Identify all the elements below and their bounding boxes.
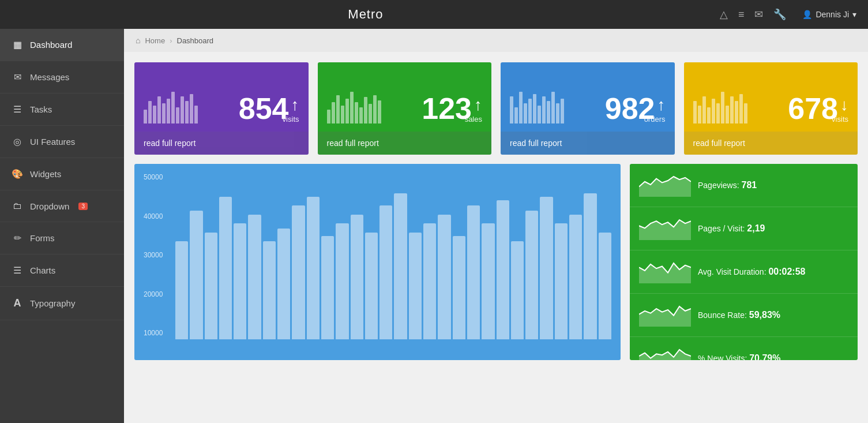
chart-bar bbox=[540, 197, 553, 339]
folder-icon: 🗀 bbox=[12, 201, 23, 211]
chart-bar bbox=[190, 211, 202, 339]
alert-icon[interactable]: △ bbox=[720, 8, 728, 21]
sidebar-item-messages[interactable]: ✉ Messages bbox=[0, 61, 124, 93]
stat-number: 854 bbox=[239, 93, 289, 123]
chart-bar bbox=[409, 233, 422, 339]
eye-icon: ◎ bbox=[12, 136, 23, 147]
sidebar-label: Charts bbox=[30, 265, 55, 275]
breadcrumb-home: Home bbox=[145, 36, 165, 45]
app-brand: Metro bbox=[12, 7, 720, 22]
y-label-30k: 30000 bbox=[144, 251, 163, 259]
dropdown-caret: ▾ bbox=[852, 10, 856, 19]
main-chart: 50000 40000 30000 20000 10000 bbox=[134, 164, 621, 360]
chart-bar bbox=[219, 197, 232, 339]
chart-bar bbox=[336, 223, 348, 339]
sidebar-item-tasks[interactable]: ☰ Tasks bbox=[0, 93, 124, 126]
chart-bar bbox=[307, 197, 320, 339]
chart-bar bbox=[175, 241, 188, 339]
settings-icon[interactable]: 🔧 bbox=[773, 8, 786, 21]
chart-bar bbox=[497, 200, 509, 339]
stat-card-visits[interactable]: 854 ↑ visits read full report bbox=[134, 62, 309, 155]
messages-icon: ✉ bbox=[12, 72, 23, 83]
stat-cards-row: 854 ↑ visits read full report bbox=[134, 62, 858, 155]
sidebar-label: Typography bbox=[30, 298, 75, 308]
chart-bar bbox=[438, 215, 450, 339]
stat-card-footer[interactable]: read full report bbox=[318, 132, 492, 155]
chart-bar bbox=[321, 236, 334, 339]
chart-bar bbox=[365, 233, 378, 339]
stat-card-footer[interactable]: read full report bbox=[684, 132, 858, 155]
sidebar-item-typography[interactable]: A Typography bbox=[0, 287, 124, 320]
topbar-icons: △ ≡ ✉ 🔧 👤 Dennis Ji ▾ bbox=[720, 8, 856, 21]
stat-panel-text: % New Visits: 70,79% bbox=[698, 353, 780, 360]
sidebar-item-charts[interactable]: ☰ Charts bbox=[0, 254, 124, 287]
stat-panel-text: Pages / Visit: 2,19 bbox=[698, 223, 765, 234]
chart-bar bbox=[234, 223, 246, 339]
chart-bar bbox=[569, 215, 582, 339]
stat-panel-text: Bounce Rate: 59,83% bbox=[698, 310, 780, 320]
sidebar: ▦ Dashboard ✉ Messages ☰ Tasks ◎ UI Feat… bbox=[0, 29, 124, 423]
sidebar-item-ui-features[interactable]: ◎ UI Features bbox=[0, 126, 124, 158]
stat-label: orders bbox=[644, 115, 666, 123]
content-area: ⌂ Home › Dashboard 854 ↑ bbox=[124, 29, 868, 423]
stat-arrow: ↓ bbox=[840, 97, 848, 113]
dashboard-icon: ▦ bbox=[12, 39, 23, 50]
sidebar-label: Dashboard bbox=[30, 40, 72, 50]
chart-bar bbox=[555, 223, 568, 339]
topbar: Metro △ ≡ ✉ 🔧 👤 Dennis Ji ▾ bbox=[0, 0, 868, 29]
y-label-20k: 20000 bbox=[144, 290, 163, 298]
edit-icon: ✏ bbox=[12, 233, 23, 244]
stat-panel-text: Pageviews: 781 bbox=[698, 180, 757, 190]
breadcrumb-separator: › bbox=[170, 36, 172, 45]
mini-chart-orders bbox=[510, 89, 564, 123]
stat-arrow: ↑ bbox=[291, 97, 299, 113]
stat-panel-row: Bounce Rate: 59,83% bbox=[630, 294, 858, 337]
stat-panel-row: Pages / Visit: 2,19 bbox=[630, 207, 858, 250]
mini-chart-sales bbox=[327, 89, 381, 123]
user-menu[interactable]: 👤 Dennis Ji ▾ bbox=[802, 10, 856, 19]
user-name: Dennis Ji bbox=[816, 10, 849, 19]
chart-bar bbox=[423, 223, 436, 339]
user-icon: 👤 bbox=[802, 10, 812, 19]
stat-number: 678 bbox=[788, 93, 838, 123]
sidebar-item-dropdown[interactable]: 🗀 Dropdown 3 bbox=[0, 190, 124, 222]
dropdown-badge: 3 bbox=[78, 203, 88, 210]
mini-chart-visits2 bbox=[693, 89, 747, 123]
chart-bar bbox=[453, 236, 465, 339]
breadcrumb-current: Dashboard bbox=[177, 36, 214, 45]
mini-chart-visits bbox=[144, 89, 198, 123]
chart-bar bbox=[277, 229, 290, 339]
chart-bar bbox=[263, 241, 276, 339]
stat-panel-row: % New Visits: 70,79% bbox=[630, 337, 858, 360]
stat-card-orders[interactable]: 982 ↑ orders read full report bbox=[501, 62, 675, 155]
sidebar-item-forms[interactable]: ✏ Forms bbox=[0, 222, 124, 254]
home-icon: ⌂ bbox=[136, 36, 140, 45]
chart-bar bbox=[351, 215, 363, 339]
stat-arrow: ↑ bbox=[474, 97, 482, 113]
stat-label: visits bbox=[283, 115, 299, 123]
charts-icon: ☰ bbox=[12, 265, 23, 276]
sidebar-label: Forms bbox=[30, 233, 55, 243]
stats-panel: Pageviews: 781Pages / Visit: 2,19Avg. Vi… bbox=[630, 164, 858, 360]
sidebar-item-dashboard[interactable]: ▦ Dashboard bbox=[0, 29, 124, 61]
chart-bars-area bbox=[175, 173, 611, 351]
stat-card-visits2[interactable]: 678 ↓ visits read full report bbox=[684, 62, 858, 155]
stat-arrow: ↑ bbox=[657, 97, 666, 113]
chart-bar bbox=[467, 205, 480, 339]
main-layout: ▦ Dashboard ✉ Messages ☰ Tasks ◎ UI Feat… bbox=[0, 29, 868, 423]
stat-panel-text: Avg. Visit Duration: 00:02:58 bbox=[698, 267, 805, 277]
stat-card-sales[interactable]: 123 ↑ sales read full report bbox=[318, 62, 492, 155]
sidebar-item-widgets[interactable]: 🎨 Widgets bbox=[0, 158, 124, 190]
chart-bar bbox=[394, 193, 407, 339]
tasks-icon: ☰ bbox=[12, 104, 23, 115]
list-icon[interactable]: ≡ bbox=[738, 9, 745, 21]
stat-card-footer[interactable]: read full report bbox=[501, 132, 675, 155]
chart-bar bbox=[525, 211, 538, 339]
stat-panel-row: Pageviews: 781 bbox=[630, 164, 858, 207]
mail-icon[interactable]: ✉ bbox=[754, 8, 763, 21]
chart-bar bbox=[379, 205, 392, 339]
chart-bar bbox=[248, 215, 261, 339]
stat-card-footer[interactable]: read full report bbox=[134, 132, 309, 155]
sidebar-label: Messages bbox=[30, 72, 69, 82]
dashboard-content: 854 ↑ visits read full report bbox=[124, 52, 868, 423]
